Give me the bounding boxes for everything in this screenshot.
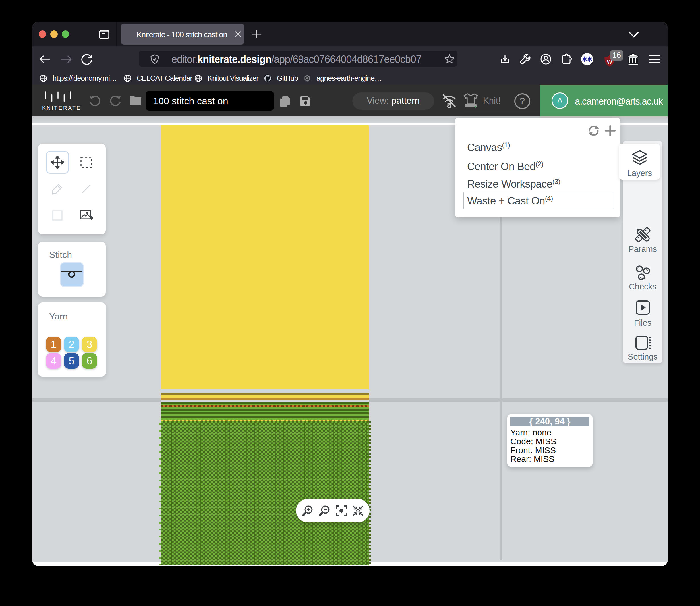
svg-text:?: ? [520, 95, 525, 106]
